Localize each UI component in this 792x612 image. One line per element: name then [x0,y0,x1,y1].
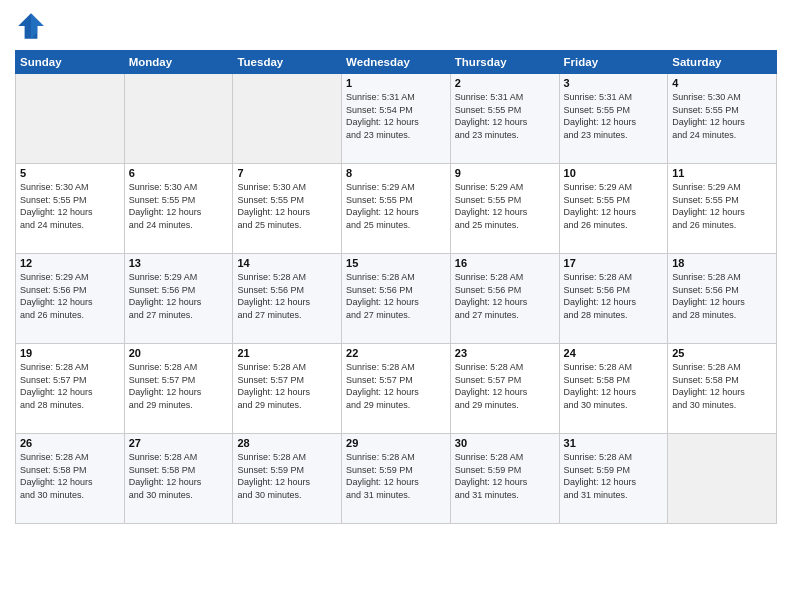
logo-icon [15,10,47,42]
calendar-cell: 27Sunrise: 5:28 AM Sunset: 5:58 PM Dayli… [124,434,233,524]
day-number: 29 [346,437,446,449]
calendar-cell: 29Sunrise: 5:28 AM Sunset: 5:59 PM Dayli… [342,434,451,524]
day-number: 4 [672,77,772,89]
day-number: 26 [20,437,120,449]
calendar-cell [668,434,777,524]
day-info: Sunrise: 5:28 AM Sunset: 5:56 PM Dayligh… [455,271,555,321]
day-info: Sunrise: 5:30 AM Sunset: 5:55 PM Dayligh… [20,181,120,231]
day-info: Sunrise: 5:30 AM Sunset: 5:55 PM Dayligh… [129,181,229,231]
day-number: 28 [237,437,337,449]
calendar-cell: 25Sunrise: 5:28 AM Sunset: 5:58 PM Dayli… [668,344,777,434]
day-number: 9 [455,167,555,179]
weekday-header-thursday: Thursday [450,51,559,74]
calendar-cell: 19Sunrise: 5:28 AM Sunset: 5:57 PM Dayli… [16,344,125,434]
calendar-cell: 17Sunrise: 5:28 AM Sunset: 5:56 PM Dayli… [559,254,668,344]
calendar-cell: 30Sunrise: 5:28 AM Sunset: 5:59 PM Dayli… [450,434,559,524]
day-info: Sunrise: 5:28 AM Sunset: 5:58 PM Dayligh… [672,361,772,411]
calendar-cell: 18Sunrise: 5:28 AM Sunset: 5:56 PM Dayli… [668,254,777,344]
calendar-table: SundayMondayTuesdayWednesdayThursdayFrid… [15,50,777,524]
day-number: 20 [129,347,229,359]
calendar-cell: 13Sunrise: 5:29 AM Sunset: 5:56 PM Dayli… [124,254,233,344]
day-info: Sunrise: 5:28 AM Sunset: 5:56 PM Dayligh… [672,271,772,321]
weekday-header-monday: Monday [124,51,233,74]
day-info: Sunrise: 5:29 AM Sunset: 5:55 PM Dayligh… [672,181,772,231]
calendar-cell [16,74,125,164]
calendar-week-row: 26Sunrise: 5:28 AM Sunset: 5:58 PM Dayli… [16,434,777,524]
weekday-header-tuesday: Tuesday [233,51,342,74]
day-number: 24 [564,347,664,359]
day-number: 31 [564,437,664,449]
weekday-header-saturday: Saturday [668,51,777,74]
calendar-cell: 3Sunrise: 5:31 AM Sunset: 5:55 PM Daylig… [559,74,668,164]
day-number: 15 [346,257,446,269]
day-info: Sunrise: 5:28 AM Sunset: 5:57 PM Dayligh… [129,361,229,411]
calendar-week-row: 1Sunrise: 5:31 AM Sunset: 5:54 PM Daylig… [16,74,777,164]
day-number: 8 [346,167,446,179]
day-number: 2 [455,77,555,89]
day-number: 3 [564,77,664,89]
day-info: Sunrise: 5:30 AM Sunset: 5:55 PM Dayligh… [237,181,337,231]
day-number: 21 [237,347,337,359]
day-info: Sunrise: 5:29 AM Sunset: 5:55 PM Dayligh… [455,181,555,231]
weekday-header-sunday: Sunday [16,51,125,74]
day-info: Sunrise: 5:28 AM Sunset: 5:57 PM Dayligh… [237,361,337,411]
logo [15,10,51,42]
day-info: Sunrise: 5:29 AM Sunset: 5:55 PM Dayligh… [346,181,446,231]
calendar-cell: 16Sunrise: 5:28 AM Sunset: 5:56 PM Dayli… [450,254,559,344]
calendar-cell: 10Sunrise: 5:29 AM Sunset: 5:55 PM Dayli… [559,164,668,254]
day-info: Sunrise: 5:28 AM Sunset: 5:59 PM Dayligh… [237,451,337,501]
calendar-cell: 21Sunrise: 5:28 AM Sunset: 5:57 PM Dayli… [233,344,342,434]
calendar-cell: 6Sunrise: 5:30 AM Sunset: 5:55 PM Daylig… [124,164,233,254]
day-info: Sunrise: 5:31 AM Sunset: 5:55 PM Dayligh… [455,91,555,141]
day-number: 30 [455,437,555,449]
day-info: Sunrise: 5:28 AM Sunset: 5:57 PM Dayligh… [346,361,446,411]
page-header [15,10,777,42]
day-info: Sunrise: 5:29 AM Sunset: 5:56 PM Dayligh… [20,271,120,321]
day-info: Sunrise: 5:28 AM Sunset: 5:59 PM Dayligh… [564,451,664,501]
day-info: Sunrise: 5:28 AM Sunset: 5:58 PM Dayligh… [20,451,120,501]
calendar-cell: 24Sunrise: 5:28 AM Sunset: 5:58 PM Dayli… [559,344,668,434]
day-info: Sunrise: 5:31 AM Sunset: 5:54 PM Dayligh… [346,91,446,141]
calendar-cell: 22Sunrise: 5:28 AM Sunset: 5:57 PM Dayli… [342,344,451,434]
day-number: 14 [237,257,337,269]
day-info: Sunrise: 5:28 AM Sunset: 5:57 PM Dayligh… [455,361,555,411]
calendar-cell: 31Sunrise: 5:28 AM Sunset: 5:59 PM Dayli… [559,434,668,524]
day-number: 10 [564,167,664,179]
day-number: 19 [20,347,120,359]
day-number: 25 [672,347,772,359]
day-number: 18 [672,257,772,269]
calendar-cell: 1Sunrise: 5:31 AM Sunset: 5:54 PM Daylig… [342,74,451,164]
weekday-header-row: SundayMondayTuesdayWednesdayThursdayFrid… [16,51,777,74]
calendar-cell: 8Sunrise: 5:29 AM Sunset: 5:55 PM Daylig… [342,164,451,254]
day-info: Sunrise: 5:29 AM Sunset: 5:56 PM Dayligh… [129,271,229,321]
calendar-cell: 2Sunrise: 5:31 AM Sunset: 5:55 PM Daylig… [450,74,559,164]
day-info: Sunrise: 5:28 AM Sunset: 5:58 PM Dayligh… [564,361,664,411]
day-number: 13 [129,257,229,269]
calendar-week-row: 5Sunrise: 5:30 AM Sunset: 5:55 PM Daylig… [16,164,777,254]
calendar-cell: 26Sunrise: 5:28 AM Sunset: 5:58 PM Dayli… [16,434,125,524]
calendar-cell: 5Sunrise: 5:30 AM Sunset: 5:55 PM Daylig… [16,164,125,254]
day-number: 22 [346,347,446,359]
day-number: 1 [346,77,446,89]
day-info: Sunrise: 5:28 AM Sunset: 5:56 PM Dayligh… [564,271,664,321]
calendar-cell: 28Sunrise: 5:28 AM Sunset: 5:59 PM Dayli… [233,434,342,524]
day-info: Sunrise: 5:28 AM Sunset: 5:59 PM Dayligh… [455,451,555,501]
day-number: 27 [129,437,229,449]
weekday-header-friday: Friday [559,51,668,74]
calendar-week-row: 12Sunrise: 5:29 AM Sunset: 5:56 PM Dayli… [16,254,777,344]
day-number: 12 [20,257,120,269]
calendar-cell [233,74,342,164]
day-number: 16 [455,257,555,269]
calendar-cell: 20Sunrise: 5:28 AM Sunset: 5:57 PM Dayli… [124,344,233,434]
day-info: Sunrise: 5:28 AM Sunset: 5:56 PM Dayligh… [346,271,446,321]
calendar-cell: 11Sunrise: 5:29 AM Sunset: 5:55 PM Dayli… [668,164,777,254]
weekday-header-wednesday: Wednesday [342,51,451,74]
day-info: Sunrise: 5:31 AM Sunset: 5:55 PM Dayligh… [564,91,664,141]
day-number: 5 [20,167,120,179]
day-info: Sunrise: 5:28 AM Sunset: 5:57 PM Dayligh… [20,361,120,411]
day-number: 11 [672,167,772,179]
svg-marker-1 [31,13,44,39]
calendar-week-row: 19Sunrise: 5:28 AM Sunset: 5:57 PM Dayli… [16,344,777,434]
day-number: 17 [564,257,664,269]
calendar-cell: 9Sunrise: 5:29 AM Sunset: 5:55 PM Daylig… [450,164,559,254]
